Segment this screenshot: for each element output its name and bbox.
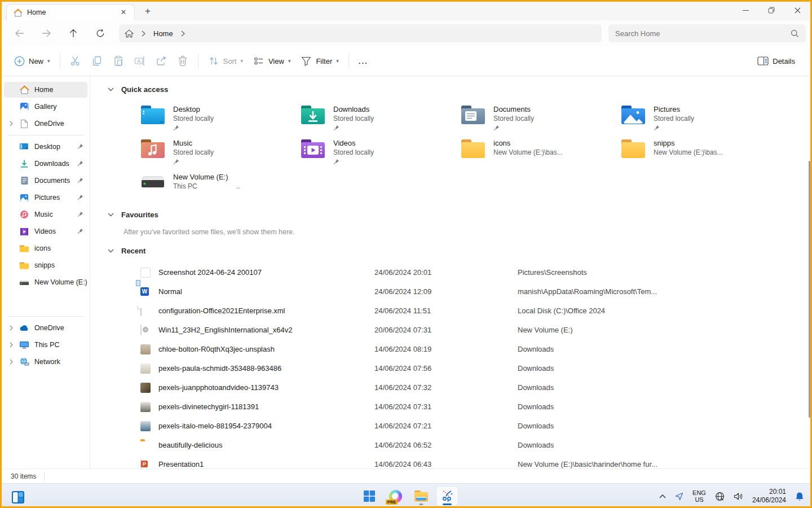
explorer-tab[interactable]: Home ✕ — [6, 4, 135, 20]
tile-music[interactable]: Music Stored locally — [140, 138, 301, 172]
sidebar-item-onedrive[interactable]: OneDrive — [4, 320, 87, 336]
breadcrumb-chevron-icon[interactable] — [142, 30, 145, 37]
folder-icon — [461, 138, 487, 161]
recent-file-row[interactable]: pexels-paula-schmidt-353488-963486 14/06… — [90, 359, 812, 378]
minimize-button[interactable] — [732, 2, 758, 19]
chevron-down-icon[interactable] — [108, 87, 114, 91]
chevron-right-icon[interactable] — [4, 342, 19, 348]
filter-button[interactable]: Filter ▾ — [295, 51, 343, 71]
sidebar-item-this-pc[interactable]: This PC — [4, 337, 87, 353]
breadcrumb-item-home[interactable]: Home — [153, 29, 173, 38]
search-placeholder: Search Home — [615, 29, 791, 38]
photo-thumbnail-1 — [140, 344, 151, 354]
view-button[interactable]: View ▾ — [248, 51, 295, 71]
details-button[interactable]: Details — [752, 51, 800, 71]
chevron-down-icon[interactable] — [108, 249, 114, 253]
tray-chevron-up-icon[interactable] — [656, 487, 669, 506]
recent-file-row[interactable]: beautifully-delicious 14/06/2024 06:52 D… — [90, 436, 812, 455]
restore-button[interactable] — [758, 2, 784, 19]
tile-documents[interactable]: Documents Stored locally — [461, 104, 621, 138]
vertical-scrollbar[interactable] — [809, 161, 810, 418]
clock-indicator[interactable]: 20:0124/06/2024 — [749, 487, 789, 506]
snipping-tool-button[interactable] — [436, 487, 458, 506]
recent-file-row[interactable]: Screenshot 2024-06-24 200107 24/06/2024 … — [90, 263, 812, 282]
sidebar-item-pictures[interactable]: Pictures — [4, 190, 87, 205]
file-date: 24/06/2024 12:09 — [374, 282, 431, 301]
close-button[interactable] — [784, 2, 810, 19]
breadcrumb-chevron-icon[interactable] — [181, 30, 185, 37]
chevron-right-icon[interactable] — [4, 325, 19, 331]
recent-file-row[interactable]: configuration-Office2021Enterprise.xml 2… — [90, 301, 812, 321]
forward-button[interactable] — [37, 24, 56, 43]
tile-snipps[interactable]: snipps New Volume (E:)\bas... — [621, 138, 781, 172]
sidebar-item-music[interactable]: Music — [4, 207, 87, 222]
recent-file-row[interactable]: Presentation1 14/06/2024 06:43 New Volum… — [90, 455, 812, 468]
recent-file-row[interactable]: pexels-juanpphotoandvideo-1139743 14/06/… — [90, 378, 812, 397]
delete-button[interactable] — [172, 51, 193, 71]
tile-desktop[interactable]: Desktop Stored locally — [140, 104, 301, 138]
downloads-icon — [19, 159, 30, 169]
back-button[interactable] — [10, 24, 29, 43]
sidebar-item-desktop[interactable]: Desktop — [4, 139, 87, 155]
refresh-button[interactable] — [91, 24, 110, 43]
tile-pictures[interactable]: Pictures Stored locally — [621, 104, 781, 138]
home-outline-icon[interactable] — [125, 29, 134, 38]
copilot-button[interactable]: PRE — [385, 487, 406, 506]
sidebar-item-onedrive-personal[interactable]: OneDrive — [4, 116, 87, 132]
tile-videos[interactable]: Videos Stored locally — [301, 138, 461, 172]
file-location: Downloads — [518, 378, 554, 397]
new-tab-button[interactable]: + — [140, 5, 155, 19]
tile-icons[interactable]: icons New Volume (E:)\bas... — [461, 138, 621, 172]
pin-icon — [77, 143, 83, 150]
recent-file-row[interactable]: chloe-bolton-R0qthXq3jec-unsplash 14/06/… — [90, 340, 812, 359]
sort-button[interactable]: Sort ▾ — [203, 51, 248, 71]
chevron-right-icon[interactable] — [4, 359, 19, 365]
recent-file-row[interactable]: Win11_23H2_EnglishInternational_x64v2 20… — [90, 321, 812, 340]
section-recent[interactable]: Recent — [108, 247, 145, 255]
sidebar-item-network[interactable]: Network — [4, 354, 87, 370]
start-button[interactable] — [359, 487, 380, 506]
widgets-button[interactable] — [7, 488, 29, 507]
tile-new-volume-e[interactable]: New Volume (E:) This PC .. — [140, 172, 301, 206]
section-favourites[interactable]: Favourites — [108, 211, 158, 219]
tile-downloads[interactable]: Downloads Stored locally — [301, 104, 461, 138]
chevron-right-icon[interactable] — [4, 121, 19, 126]
up-button[interactable] — [64, 24, 83, 43]
address-bar[interactable]: Home — [119, 24, 602, 42]
search-box[interactable]: Search Home — [608, 24, 806, 42]
sidebar-item-icons[interactable]: icons — [4, 240, 87, 256]
network-globe-icon[interactable] — [712, 487, 727, 506]
file-date: 24/06/2024 11:51 — [374, 301, 431, 321]
section-quick-access[interactable]: Quick access — [108, 85, 168, 94]
drive-usage-text: .. — [236, 182, 240, 190]
speaker-icon[interactable] — [731, 487, 746, 506]
copy-button[interactable] — [86, 51, 108, 71]
language-indicator[interactable]: ENGUS — [690, 487, 709, 506]
rename-button[interactable]: A — [129, 51, 151, 71]
tab-title: Home — [27, 8, 114, 16]
sidebar-item-gallery[interactable]: Gallery — [4, 99, 87, 115]
sidebar-item-documents[interactable]: Documents — [4, 173, 87, 189]
chevron-down-icon[interactable] — [108, 213, 114, 217]
cut-button[interactable] — [65, 51, 86, 71]
tab-close-icon[interactable]: ✕ — [118, 7, 129, 17]
onedrive-cloud-icon — [19, 323, 30, 333]
sidebar-item-new-volume-e[interactable]: New Volume (E:) — [4, 274, 87, 290]
recent-file-row[interactable]: pexels-italo-melo-881954-2379004 14/06/2… — [90, 417, 812, 436]
location-icon[interactable] — [672, 487, 686, 506]
sidebar-item-snipps[interactable]: snipps — [4, 257, 87, 273]
new-button[interactable]: New ▾ — [8, 51, 55, 71]
file-explorer-button[interactable] — [411, 487, 432, 506]
notification-bell-icon[interactable] — [792, 487, 807, 506]
see-more-button[interactable]: ... — [354, 53, 373, 69]
paste-button[interactable] — [108, 51, 129, 71]
folder-icon — [621, 138, 647, 161]
sidebar-item-videos[interactable]: Videos — [4, 224, 87, 239]
search-icon[interactable] — [791, 29, 799, 38]
sidebar-item-downloads[interactable]: Downloads — [4, 156, 87, 172]
recent-file-row[interactable]: Normal 24/06/2024 12:09 manish\AppData\R… — [90, 282, 812, 301]
share-button[interactable] — [151, 51, 172, 71]
recent-file-row[interactable]: pexels-divinetechygirl-1181391 14/06/202… — [90, 397, 812, 417]
sidebar-item-home[interactable]: Home — [4, 82, 87, 98]
items-count: 30 items — [11, 472, 36, 480]
